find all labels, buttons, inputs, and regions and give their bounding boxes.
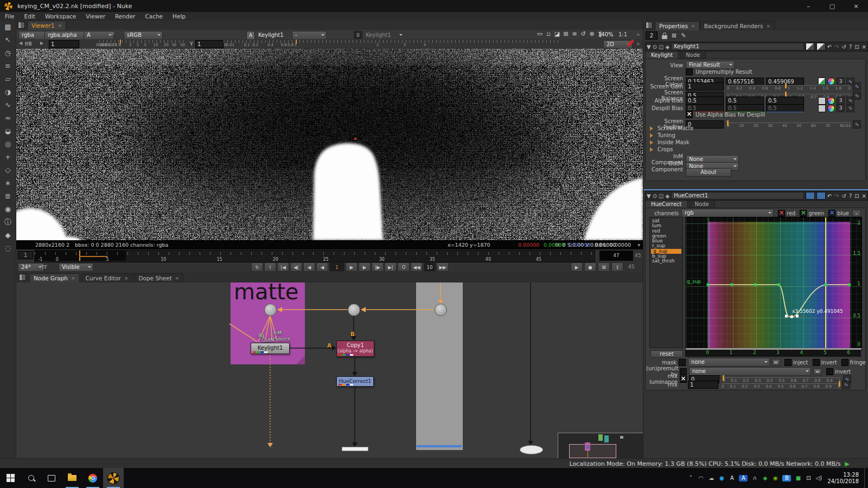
share-icon[interactable]: ● <box>718 475 725 481</box>
step-back-icon[interactable]: ◀ <box>316 262 328 272</box>
range-in-field[interactable]: 1 <box>18 251 33 259</box>
reset-button[interactable]: reset <box>650 350 683 358</box>
gamma-marker[interactable] <box>296 40 297 44</box>
info-popup-icon[interactable]: ▾ <box>637 242 640 248</box>
gamma-slider[interactable]: 00.010.10.20.40.60.81234 <box>224 40 559 48</box>
range-end-box[interactable]: 47 <box>599 251 633 261</box>
curve-point[interactable] <box>848 283 851 286</box>
dot-node-3[interactable] <box>435 304 447 316</box>
bias-swatch-icon[interactable] <box>818 105 826 112</box>
menu-item-3[interactable]: Viewer <box>81 13 110 20</box>
visibility-dropdown[interactable]: Visible <box>59 263 93 272</box>
menu-item-5[interactable]: Cache <box>140 13 168 20</box>
gl-color-swatch-button[interactable] <box>816 192 826 200</box>
blue-checkbox[interactable] <box>828 210 835 217</box>
tab-node[interactable]: Node <box>689 200 715 208</box>
file-explorer-button[interactable] <box>62 468 82 488</box>
workspace-icon[interactable]: ▦ <box>4 23 11 30</box>
next-keyframe-icon[interactable]: |▶ <box>372 262 384 272</box>
tray-expand-icon[interactable]: ˄ <box>687 475 694 481</box>
node-partial-bottom[interactable] <box>342 447 368 451</box>
lock-icon[interactable]: ⊠ <box>598 262 610 272</box>
help-icon[interactable]: ? <box>849 193 852 199</box>
keylight-input-inm[interactable]: InM <box>273 330 282 336</box>
close-tab-icon[interactable]: × <box>124 275 129 281</box>
tab-dope-sheet[interactable]: Dope Sheet× <box>134 273 183 282</box>
float-window-icon[interactable]: ⊡ <box>854 44 859 50</box>
current-frame-field[interactable]: 1 <box>329 262 344 272</box>
headset-icon[interactable]: ∩ <box>751 475 758 481</box>
tab-node-graph[interactable]: Node Graph× <box>29 273 80 282</box>
refresh-icon[interactable]: ↺ <box>579 30 587 38</box>
frame-decrement-button[interactable]: ◀◀ <box>411 262 423 272</box>
gain-slider[interactable]: 0.010.020.050.10.20.30.5123510203050 <box>99 40 186 48</box>
people-icon[interactable]: ◠ <box>698 475 704 481</box>
node-class-icon[interactable]: ◈ <box>666 193 670 199</box>
show-desktop-button[interactable] <box>864 468 868 488</box>
unpremultiply-checkbox[interactable] <box>686 68 693 75</box>
evernote-icon[interactable]: ■ <box>795 475 801 481</box>
green-checkbox[interactable] <box>800 210 807 217</box>
proxy-icon[interactable]: ▫ <box>545 30 552 38</box>
loop-range-icon[interactable]: O <box>398 262 410 272</box>
fps-dropdown[interactable]: 24* <box>18 263 44 272</box>
gain-marker[interactable] <box>120 40 121 44</box>
node-graph-canvas[interactable]: matte <box>16 282 643 458</box>
close-button[interactable]: × <box>844 0 868 12</box>
hide-input-icon[interactable]: ◫ <box>659 44 663 50</box>
taskbar-search-button[interactable] <box>21 468 41 488</box>
prev-keyframe-icon[interactable]: ◀| <box>290 262 302 272</box>
tab-viewer1[interactable]: Viewer1 × <box>27 21 66 30</box>
close-tab-icon[interactable]: × <box>766 23 770 29</box>
play-backward-icon[interactable]: ◀ <box>303 262 315 272</box>
mask-eq-button[interactable]: = <box>772 359 781 366</box>
3d-icon[interactable]: ◇ <box>5 166 11 174</box>
select-tool-icon[interactable]: ↖ <box>5 36 11 43</box>
component-count[interactable]: 3 <box>837 97 845 105</box>
menu-item-4[interactable]: Render <box>110 13 140 20</box>
tab-node[interactable]: Node <box>680 51 706 59</box>
bias-wheel-icon[interactable] <box>827 97 835 105</box>
curve-handle[interactable] <box>785 315 788 318</box>
autodesk-icon[interactable]: A <box>729 475 735 481</box>
mask-checkbox[interactable] <box>679 359 686 366</box>
node-graph-minimap[interactable] <box>558 433 643 458</box>
viewer-image[interactable] <box>16 49 643 240</box>
exposure-label[interactable]: f/8 <box>25 41 32 47</box>
mix-field[interactable]: 1 <box>688 381 718 389</box>
center-node-icon[interactable]: ⊙ <box>653 44 657 50</box>
revert-icon[interactable]: ↺ <box>842 44 846 50</box>
despill-bias-b[interactable]: 0.5 <box>766 104 804 112</box>
roi-icon[interactable]: ⊕ <box>588 30 596 38</box>
curve-icon[interactable]: ∿ <box>5 101 11 108</box>
group-screen-matte[interactable]: Screen Matte <box>650 125 693 131</box>
close-tab-icon[interactable]: × <box>175 275 180 281</box>
undo-icon[interactable]: ↶ <box>827 193 832 199</box>
slider-handle[interactable] <box>727 120 729 126</box>
redo-icon[interactable]: ↷ <box>834 44 839 50</box>
invert-checkbox[interactable] <box>813 359 820 366</box>
frame-step-field[interactable]: 10 <box>424 262 436 272</box>
tab-keylight[interactable]: Keylight <box>645 51 679 59</box>
annotation-pen-icon[interactable] <box>627 40 634 46</box>
lock-panels-icon[interactable] <box>662 35 667 39</box>
alpha-bias-r[interactable]: 0.5 <box>686 97 724 105</box>
other-icon[interactable]: ◌ <box>5 245 11 252</box>
animation-curve-icon[interactable]: ∿ <box>842 381 850 389</box>
animation-curve-icon[interactable]: ∿ <box>853 120 861 129</box>
menu-item-1[interactable]: Edit <box>20 13 40 20</box>
gain-input[interactable]: 1 <box>49 40 79 48</box>
node-name-field[interactable]: HueCorrect1 <box>671 192 803 200</box>
group-crops[interactable]: Crops <box>650 146 673 152</box>
tab-huecorrect[interactable]: HueCorrect <box>645 200 688 208</box>
draw-icon[interactable]: ▱ <box>5 75 11 82</box>
close-icon[interactable]: × <box>862 44 866 50</box>
hide-input-icon[interactable]: ◫ <box>659 193 663 199</box>
node-oval-partial[interactable] <box>520 445 543 454</box>
input-process-toggle[interactable]: IP <box>110 31 114 37</box>
curve-item-8[interactable]: sat_thrsh <box>652 259 682 264</box>
menu-item-0[interactable]: File <box>0 13 20 20</box>
node-name-field[interactable]: Keylight1 <box>671 43 803 50</box>
menu-item-6[interactable]: Help <box>168 13 190 20</box>
tab-curve-editor[interactable]: Curve Editor× <box>81 273 133 282</box>
